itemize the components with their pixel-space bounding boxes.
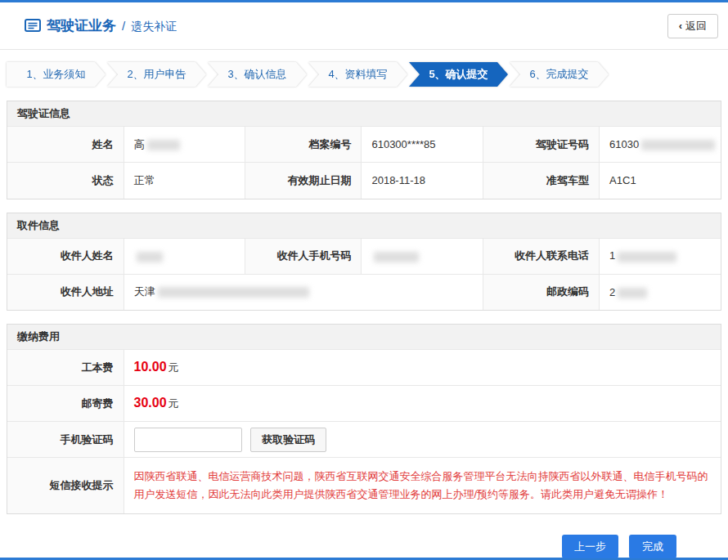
redacted-value [158, 287, 309, 298]
pickup-info-section-title: 取件信息 [7, 213, 721, 238]
redacted-value [137, 252, 163, 262]
recipient-name-value [124, 238, 245, 274]
step-label: 6、完成提交 [529, 67, 588, 82]
bottom-actions: 上一步 完成 [0, 527, 728, 558]
back-button[interactable]: ‹ 返回 [667, 14, 718, 38]
postal-code-label: 邮政编码 [483, 274, 599, 310]
recipient-mobile-label: 收件人手机号码 [245, 238, 362, 274]
recipient-address-value: 天津 [124, 274, 483, 310]
name-label: 姓名 [7, 127, 124, 163]
step-label: 2、用户申告 [127, 67, 186, 82]
table-row: 邮寄费 30.00元 [7, 386, 721, 422]
recipient-phone-value: 1 [600, 238, 721, 274]
file-number-value: 610300****85 [362, 127, 483, 163]
postal-code-value: 2 [600, 274, 721, 310]
name-value-text: 高 [134, 138, 145, 150]
step-2-user-declaration[interactable]: 2、用户申告 [107, 62, 206, 87]
cost-fee-value: 10.00元 [124, 350, 721, 386]
previous-step-button[interactable]: 上一步 [562, 535, 618, 558]
recipient-address-value-text: 天津 [134, 285, 155, 298]
step-navigation: 1、业务须知 2、用户申告 3、确认信息 4、资料填写 5、确认提交 6、完成提… [7, 62, 721, 87]
table-row: 状态 正常 有效期止日期 2018-11-18 准驾车型 A1C1 [7, 163, 721, 199]
table-row: 短信接收提示 因陕西省联通、电信运营商技术问题，陕西省互联网交通安全综合服务管理… [7, 458, 721, 514]
step-label: 1、业务须知 [26, 67, 85, 82]
redacted-value [374, 252, 419, 262]
get-code-button[interactable]: 获取验证码 [250, 428, 326, 452]
status-label: 状态 [7, 163, 124, 199]
recipient-phone-label: 收件人联系电话 [483, 238, 599, 274]
sms-code-input[interactable] [134, 428, 242, 452]
postage-fee-amount: 30.00 [134, 396, 167, 410]
sms-code-label: 手机验证码 [7, 422, 124, 458]
cost-fee-amount: 10.00 [134, 360, 167, 374]
payment-table: 工本费 10.00元 邮寄费 30.00元 手机验证码 获取验证码 短信接收提 [7, 349, 721, 513]
step-4-fill-data[interactable]: 4、资料填写 [308, 62, 407, 87]
redacted-value [618, 252, 676, 262]
postage-fee-value: 30.00元 [124, 386, 721, 422]
step-label: 5、确认提交 [429, 67, 488, 82]
recipient-phone-value-text: 1 [609, 249, 615, 262]
step-label: 4、资料填写 [328, 67, 387, 82]
vehicle-type-value: A1C1 [600, 163, 721, 199]
cost-fee-label: 工本费 [7, 350, 124, 386]
name-value: 高 [124, 127, 245, 163]
table-row: 收件人地址 天津 邮政编码 2 [7, 274, 721, 310]
license-info-section-title: 驾驶证信息 [7, 101, 721, 126]
page: 驾驶证业务 / 遗失补证 ‹ 返回 1、业务须知 2、用户申告 3、确认信息 4… [0, 0, 728, 560]
license-number-value-text: 61030 [609, 138, 639, 150]
payment-section: 缴纳费用 工本费 10.00元 邮寄费 30.00元 手机验证码 [7, 324, 721, 514]
license-business-icon [25, 19, 41, 35]
table-row: 工本费 10.00元 [7, 350, 721, 386]
pickup-info-table: 收件人姓名 收件人手机号码 收件人联系电话 1 收件人地址 天津 邮政编码 [7, 238, 721, 311]
table-row: 手机验证码 获取验证码 [7, 422, 721, 458]
page-title-primary: 驾驶证业务 [47, 16, 116, 35]
chevron-left-icon: ‹ [679, 20, 682, 32]
step-6-complete-submit[interactable]: 6、完成提交 [510, 62, 609, 87]
step-1-business-notice[interactable]: 1、业务须知 [7, 62, 106, 87]
finish-button[interactable]: 完成 [629, 535, 676, 558]
step-5-confirm-submit[interactable]: 5、确认提交 [409, 62, 508, 87]
table-row: 收件人姓名 收件人手机号码 收件人联系电话 1 [7, 238, 721, 274]
step-label: 3、确认信息 [227, 67, 286, 82]
table-row: 姓名 高 档案编号 610300****85 驾驶证号码 61030 [7, 127, 721, 163]
vehicle-type-label: 准驾车型 [483, 163, 599, 199]
license-info-section: 驾驶证信息 姓名 高 档案编号 610300****85 驾驶证号码 61030… [7, 101, 721, 199]
topbar: 驾驶证业务 / 遗失补证 ‹ 返回 [0, 2, 728, 50]
recipient-name-label: 收件人姓名 [7, 238, 124, 274]
sms-notice-label: 短信接收提示 [7, 458, 124, 514]
page-title: 驾驶证业务 / 遗失补证 [25, 16, 177, 35]
redacted-value [618, 288, 647, 298]
sms-code-cell: 获取验证码 [124, 422, 721, 458]
redacted-value [641, 140, 715, 150]
postage-fee-unit: 元 [169, 397, 179, 410]
license-number-value: 61030 [600, 127, 721, 163]
postal-code-value-text: 2 [609, 286, 615, 298]
recipient-mobile-value [362, 238, 483, 274]
redacted-value [147, 140, 180, 150]
page-title-separator: / [122, 19, 125, 33]
pickup-info-section: 取件信息 收件人姓名 收件人手机号码 收件人联系电话 1 收件人地 [7, 213, 721, 311]
file-number-label: 档案编号 [245, 127, 362, 163]
sms-notice-cell: 因陕西省联通、电信运营商技术问题，陕西省互联网交通安全综合服务管理平台无法向持陕… [124, 458, 721, 514]
expiry-value: 2018-11-18 [362, 163, 483, 199]
expiry-label: 有效期止日期 [245, 163, 362, 199]
postage-fee-label: 邮寄费 [7, 386, 124, 422]
back-button-label: 返回 [685, 19, 707, 34]
recipient-address-label: 收件人地址 [7, 274, 124, 310]
license-number-label: 驾驶证号码 [483, 127, 599, 163]
cost-fee-unit: 元 [169, 361, 179, 374]
step-3-confirm-info[interactable]: 3、确认信息 [208, 62, 307, 87]
sms-notice-text: 因陕西省联通、电信运营商技术问题，陕西省互联网交通安全综合服务管理平台无法向持陕… [134, 468, 712, 504]
status-value: 正常 [124, 163, 245, 199]
license-info-table: 姓名 高 档案编号 610300****85 驾驶证号码 61030 状态 正常… [7, 126, 721, 199]
page-title-secondary: 遗失补证 [131, 20, 177, 34]
payment-section-title: 缴纳费用 [7, 325, 721, 349]
